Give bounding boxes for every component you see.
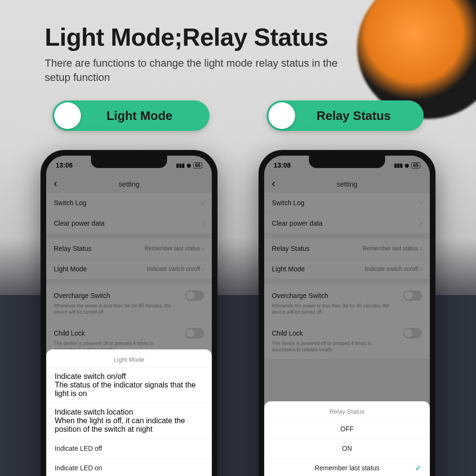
option-label: OFF [340, 425, 354, 433]
sheet-option-remember[interactable]: Remember last status ✓ [264, 458, 430, 476]
phone-mockup-right: 13:08 ▮▮▮ ◉ 65 ‹ setting Switch Log› Cle… [258, 150, 436, 476]
phone-notch [91, 156, 167, 168]
pill-label: Relay Status [295, 109, 422, 123]
sheet-option-led-on[interactable]: Indicate LED on [46, 458, 212, 476]
toggle-knob-icon [268, 102, 295, 129]
action-sheet-light-mode: Light Mode Indicate switch on/off The st… [46, 349, 212, 476]
phones-row: 13:06 ▮▮▮ ◉ 66 ‹ setting Switch Log› Cle… [0, 150, 476, 476]
sheet-option-off[interactable]: OFF [264, 419, 430, 438]
option-description: When the light is off, it can indicate t… [55, 416, 203, 434]
toggle-knob-icon [54, 102, 81, 129]
action-sheet-relay-status: Relay Status OFF ON Remember last status… [264, 401, 430, 476]
option-label: ON [342, 445, 352, 452]
sheet-title: Light Mode [46, 349, 212, 367]
pill-light-mode: Light Mode [52, 100, 209, 131]
option-description: The status of the indicator signals that… [55, 381, 203, 398]
page-subtitle: There are functions to change the light … [45, 56, 349, 84]
option-label: Indicate switch location [55, 408, 203, 416]
sheet-option-led-off[interactable]: Indicate LED off [46, 438, 212, 458]
phone-notch [309, 156, 385, 168]
pill-row: Light Mode Relay Status [0, 100, 476, 131]
check-icon: ✓ [415, 464, 421, 473]
page-title: Light Mode;Relay Status [45, 23, 431, 51]
marketing-header: Light Mode;Relay Status There are functi… [0, 0, 476, 84]
option-label: Indicate switch on/off [55, 372, 203, 381]
sheet-option-indicate-onoff[interactable]: Indicate switch on/off The status of the… [46, 367, 212, 403]
option-label: Remember last status [315, 464, 379, 472]
sheet-option-on[interactable]: ON [264, 438, 430, 458]
pill-label: Light Mode [81, 109, 208, 123]
pill-relay-status: Relay Status [267, 100, 424, 131]
option-label: Indicate LED on [55, 464, 102, 472]
sheet-title: Relay Status [264, 401, 430, 419]
phone-screen: 13:06 ▮▮▮ ◉ 66 ‹ setting Switch Log› Cle… [46, 156, 212, 476]
phone-mockup-left: 13:06 ▮▮▮ ◉ 66 ‹ setting Switch Log› Cle… [40, 150, 218, 476]
option-label: Indicate LED off [55, 445, 102, 452]
phone-screen: 13:08 ▮▮▮ ◉ 65 ‹ setting Switch Log› Cle… [264, 156, 430, 476]
sheet-option-indicate-location[interactable]: Indicate switch location When the light … [46, 403, 212, 438]
